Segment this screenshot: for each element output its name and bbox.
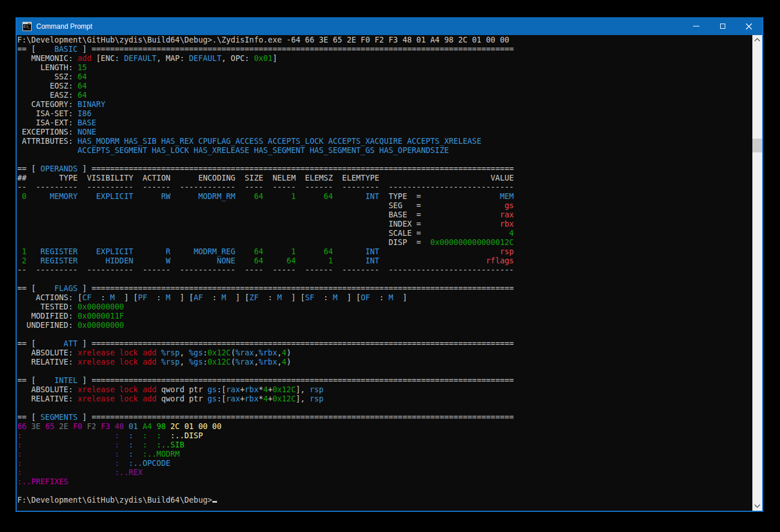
scroll-down-icon	[754, 504, 760, 508]
maximize-icon	[720, 24, 725, 29]
console-line: SSZ: 64	[17, 72, 752, 82]
console-line: SEG = gs	[17, 201, 752, 210]
console-line: == [ SEGMENTS ] ========================…	[17, 413, 752, 422]
console-line: RELATIVE: xrelease lock add %rsp, %gs:0x…	[17, 358, 752, 367]
console-line: == [ FLAGS ] ===========================…	[17, 284, 752, 293]
title-bar[interactable]: C:\_ Command Prompt	[17, 17, 762, 35]
console-line: :..PREFIXES	[17, 477, 752, 487]
console-line: 1 REGISTER EXPLICIT R MODRM_REG 64 1 64 …	[17, 247, 752, 257]
console-line	[17, 404, 752, 413]
console-line: ISA-SET: I86	[17, 109, 752, 118]
console-line: MNEMONIC: add [ENC: DEFAULT, MAP: DEFAUL…	[17, 54, 752, 63]
console-line	[17, 367, 752, 376]
console-line: MODIFIED: 0x0000011F	[17, 312, 752, 321]
minimize-icon	[693, 26, 699, 26]
window-controls	[683, 17, 762, 35]
console-line: ISA-EXT: BASE	[17, 118, 752, 128]
minimize-button[interactable]	[683, 17, 709, 35]
scrollbar-thumb[interactable]	[752, 139, 762, 152]
close-button[interactable]	[736, 17, 762, 35]
console-line: ABSOLUTE: xrelease lock add qword ptr gs…	[17, 385, 752, 395]
console-line: == [ BASIC ] ===========================…	[17, 45, 752, 54]
cmd-icon: C:\_	[22, 22, 32, 31]
text-cursor	[212, 501, 217, 503]
console-line: EASZ: 64	[17, 91, 752, 100]
console-line: DISP = 0x000000000000012C	[17, 238, 752, 247]
console-line: : : :..OPCODE	[17, 459, 752, 468]
console-line: F:\Development\GitHub\zydis\Build64\Debu…	[17, 36, 752, 45]
console-line	[17, 275, 752, 284]
console-line	[17, 330, 752, 339]
console-line: 2 REGISTER HIDDEN W NONE 64 64 1 INT rfl…	[17, 257, 752, 266]
console-line: -- --------- ---------- ------ ---------…	[17, 183, 752, 192]
console-line: : :..REX	[17, 468, 752, 477]
console-line: RELATIVE: xrelease lock add qword ptr gs…	[17, 395, 752, 404]
console-line: UNDEFINED: 0x00000000	[17, 321, 752, 330]
console-line: CATEGORY: BINARY	[17, 100, 752, 109]
console-line: == [ ATT ] =============================…	[17, 339, 752, 349]
console-line: F:\Development\GitHub\zydis\Build64\Debu…	[17, 496, 752, 505]
console-line: EXCEPTIONS: NONE	[17, 128, 752, 137]
command-prompt-window: C:\_ Command Prompt F:\Development\GitHu…	[16, 17, 763, 512]
console-line: : : : :..MODRM	[17, 450, 752, 459]
cmd-icon-prompt-text: C:\_	[24, 25, 29, 28]
console-line: EOSZ: 64	[17, 82, 752, 91]
console-line: ACTIONS: [CF : M ] [PF : M ] [AF : M ] […	[17, 293, 752, 303]
console-line: 66 3E 65 2E F0 F2 F3 48 01 A4 98 2C 01 0…	[17, 422, 752, 431]
console-line: 0 MEMORY EXPLICIT RW MODRM_RM 64 1 64 IN…	[17, 192, 752, 201]
maximize-button[interactable]	[709, 17, 736, 35]
console-line: -- --------- ---------- ------ ---------…	[17, 266, 752, 275]
window-title: Command Prompt	[36, 22, 683, 30]
console-output[interactable]: F:\Development\GitHub\zydis\Build64\Debu…	[17, 35, 752, 511]
console-line	[17, 487, 752, 496]
console-line: INDEX = rbx	[17, 220, 752, 229]
scroll-down-button[interactable]	[752, 501, 762, 511]
console-line: TESTED: 0x00000000	[17, 303, 752, 312]
console-line: SCALE = 4	[17, 229, 752, 238]
console-line: ACCEPTS_SEGMENT HAS_LOCK HAS_XRELEASE HA…	[17, 146, 752, 155]
scrollbar[interactable]	[752, 35, 762, 511]
console-line: LENGTH: 15	[17, 63, 752, 72]
console-line	[17, 155, 752, 164]
console-line: : : : : : :..DISP	[17, 431, 752, 441]
scroll-up-button[interactable]	[752, 35, 762, 45]
scroll-up-icon	[754, 38, 760, 42]
console-line: ## TYPE VISIBILITY ACTION ENCODING SIZE …	[17, 174, 752, 183]
console-line: == [ OPERANDS ] ========================…	[17, 164, 752, 174]
console-line: ATTRIBUTES: HAS_MODRM HAS_SIB HAS_REX CP…	[17, 137, 752, 146]
console-line: == [ INTEL ] ===========================…	[17, 376, 752, 385]
console-line: ABSOLUTE: xrelease lock add %rsp, %gs:0x…	[17, 349, 752, 358]
close-icon	[745, 23, 752, 30]
console-line: : : : : :..SIB	[17, 441, 752, 450]
console-line: BASE = rax	[17, 210, 752, 220]
